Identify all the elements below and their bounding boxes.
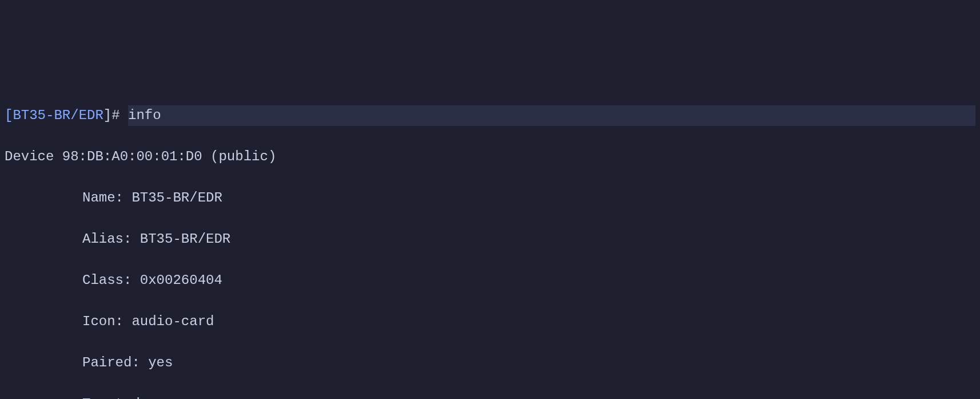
prop-alias: Alias: BT35-BR/EDR [5,229,975,250]
prop-paired: Paired: yes [5,353,975,373]
prompt-line-1: [BT35-BR/EDR]# info [5,105,975,126]
prop-name: Name: BT35-BR/EDR [5,188,975,208]
prop-trusted: Trusted: yes [5,394,975,399]
terminal-output[interactable]: [BT35-BR/EDR]# info Device 98:DB:A0:00:0… [5,85,975,399]
bracket-open: [ [5,108,13,123]
prompt-device-name: BT35-BR/EDR [13,108,103,123]
device-header: Device 98:DB:A0:00:01:D0 (public) [5,147,975,167]
prop-icon: Icon: audio-card [5,311,975,332]
prop-class: Class: 0x00260404 [5,270,975,291]
command-text: info [128,108,161,123]
prompt-suffix: ]# [103,108,128,123]
